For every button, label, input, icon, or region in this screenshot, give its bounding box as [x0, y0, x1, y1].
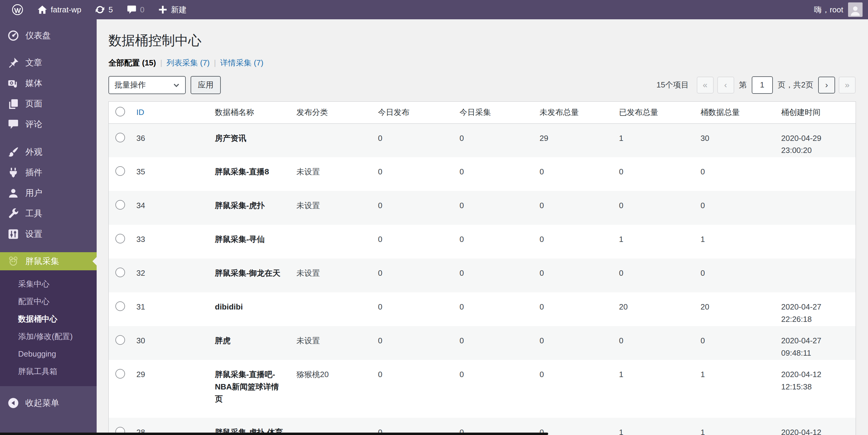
- cell-today-collected: 0: [453, 225, 533, 259]
- comment-count: 0: [140, 5, 144, 14]
- bulk-action-select[interactable]: 批量操作: [108, 76, 186, 94]
- cell-published-total: 1: [613, 418, 694, 435]
- column-header-name: 数据桶名称: [208, 101, 290, 123]
- table-row: 33 胖鼠采集-寻仙 0 0 0 1 1: [109, 225, 856, 259]
- main-content: 数据桶控制中心 全部配置 (15) | 列表采集 (7) | 详情采集 (7) …: [97, 19, 868, 435]
- row-checkbox[interactable]: [115, 166, 125, 176]
- apply-button[interactable]: 应用: [191, 76, 221, 94]
- cell-published-total: 0: [613, 157, 694, 191]
- table-row: 29 胖鼠采集-直播吧-NBA新闻篮球详情页 猕猴桃20 0 0 0 1 1 2…: [109, 360, 856, 418]
- collapse-menu-label: 收起菜单: [25, 397, 59, 409]
- submenu-item-debugging[interactable]: Debugging: [0, 345, 97, 363]
- row-checkbox[interactable]: [115, 369, 125, 378]
- bulk-action-selected-value: 批量操作: [115, 80, 146, 90]
- submenu-item-config-center[interactable]: 配置中心: [0, 293, 97, 310]
- row-checkbox[interactable]: [115, 335, 125, 345]
- first-page-button[interactable]: «: [697, 77, 714, 94]
- row-checkbox[interactable]: [115, 268, 125, 277]
- dashboard-gauge-icon: [7, 30, 19, 42]
- cell-bucket-total: 1: [694, 418, 775, 435]
- cell-category: 未设置: [290, 191, 371, 225]
- cell-bucket-total: 0: [694, 259, 775, 292]
- cell-created-time: 2020-04-2709:48:11: [775, 326, 856, 360]
- cell-bucket-name[interactable]: 房产资讯: [208, 123, 290, 157]
- cell-bucket-total: 0: [694, 191, 775, 225]
- cell-bucket-name[interactable]: 胖鼠采集-寻仙: [208, 225, 290, 259]
- sidebar-item-tools[interactable]: 工具: [0, 203, 97, 224]
- cell-today-collected: 0: [453, 360, 533, 418]
- current-page-input[interactable]: [752, 76, 773, 94]
- sidebar-item-media[interactable]: 媒体: [0, 73, 97, 94]
- sidebar-item-dashboard[interactable]: 仪表盘: [0, 25, 97, 46]
- filter-detail-collect[interactable]: 详情采集 (7): [220, 58, 264, 68]
- sidebar-item-pages[interactable]: 页面: [0, 94, 97, 114]
- submenu-item-bucket-center[interactable]: 数据桶中心: [0, 310, 97, 328]
- paintbrush-icon: [7, 146, 19, 158]
- row-checkbox[interactable]: [115, 234, 125, 243]
- cell-bucket-name[interactable]: 胖鼠采集-虎扑: [208, 191, 290, 225]
- sidebar-item-comments[interactable]: 评论: [0, 114, 97, 135]
- table-toolbar: 批量操作 应用 15个项目 « ‹ 第 页，共2页 › »: [108, 76, 856, 94]
- submenu-item-collect-center[interactable]: 采集中心: [0, 275, 97, 293]
- prev-page-button[interactable]: ‹: [717, 77, 734, 94]
- cell-category: 未设置: [290, 326, 371, 360]
- cell-bucket-name[interactable]: 胖鼠采集-御龙在天: [208, 259, 290, 292]
- cell-created-time: 2020-04-1212:15:38: [775, 360, 856, 418]
- next-page-button[interactable]: ›: [818, 77, 835, 94]
- table-row: 30 胖虎 未设置 0 0 0 0 0 2020-04-2709:48:11: [109, 326, 856, 360]
- cell-created-time: [775, 225, 856, 259]
- filter-separator: |: [214, 58, 216, 68]
- cell-published-total: 1: [613, 360, 694, 418]
- filter-list-collect[interactable]: 列表采集 (7): [166, 58, 210, 68]
- row-checkbox[interactable]: [115, 200, 125, 210]
- page-title: 数据桶控制中心: [108, 33, 856, 48]
- table-row: 32 胖鼠采集-御龙在天 未设置 0 0 0 0 0: [109, 259, 856, 292]
- site-menu-item[interactable]: fatrat-wp: [31, 0, 87, 19]
- filter-all[interactable]: 全部配置 (15): [108, 58, 156, 68]
- sidebar-item-label: 外观: [25, 146, 42, 158]
- new-label: 新建: [171, 4, 187, 15]
- sidebar-item-plugins[interactable]: 插件: [0, 162, 97, 183]
- sidebar-item-label: 页面: [25, 98, 42, 109]
- cell-category: [290, 123, 371, 157]
- sidebar-item-users[interactable]: 用户: [0, 183, 97, 203]
- sidebar-item-label: 工具: [25, 208, 42, 219]
- cell-today-published: 0: [371, 191, 453, 225]
- row-checkbox[interactable]: [115, 301, 125, 311]
- submenu-item-toolbox[interactable]: 胖鼠工具箱: [0, 363, 97, 380]
- sidebar-item-fatrat-collect[interactable]: 胖鼠采集: [0, 252, 97, 270]
- page-suffix-label: 页，共2页: [778, 80, 813, 90]
- cell-bucket-name[interactable]: 胖鼠采集-直播8: [208, 157, 290, 191]
- cell-today-collected: 0: [453, 123, 533, 157]
- cell-id: 30: [130, 326, 208, 360]
- cell-today-collected: 0: [453, 157, 533, 191]
- cell-unpublished-total: 0: [533, 292, 613, 326]
- submenu-item-add-edit-config[interactable]: 添加/修改(配置): [0, 328, 97, 345]
- last-page-button[interactable]: »: [839, 77, 856, 94]
- cell-bucket-total: 30: [694, 123, 775, 157]
- cell-unpublished-total: 0: [533, 259, 613, 292]
- media-camera-icon: [7, 77, 19, 89]
- table-row: 34 胖鼠采集-虎扑 未设置 0 0 0 0 0: [109, 191, 856, 225]
- plugin-icon: [7, 167, 19, 178]
- select-all-checkbox[interactable]: [115, 107, 125, 116]
- comments-menu-item[interactable]: 0: [121, 0, 150, 19]
- cell-bucket-name[interactable]: 胖鼠采集-直播吧-NBA新闻篮球详情页: [208, 360, 290, 418]
- cell-today-published: 0: [371, 259, 453, 292]
- sidebar-item-label: 设置: [25, 228, 42, 240]
- updates-menu-item[interactable]: 5: [89, 0, 118, 19]
- new-content-menu-item[interactable]: 新建: [152, 0, 192, 19]
- sidebar-item-appearance[interactable]: 外观: [0, 142, 97, 162]
- cell-bucket-name[interactable]: dibidibi: [208, 292, 290, 326]
- account-menu-item[interactable]: 嗨，root: [814, 2, 868, 17]
- column-header-id[interactable]: ID: [130, 101, 208, 123]
- sidebar-item-settings[interactable]: 设置: [0, 224, 97, 244]
- cell-unpublished-total: 0: [533, 191, 613, 225]
- cell-created-time: [775, 259, 856, 292]
- user-icon: [7, 187, 19, 199]
- cell-bucket-name[interactable]: 胖虎: [208, 326, 290, 360]
- sidebar-item-posts[interactable]: 文章: [0, 53, 97, 73]
- wordpress-logo-icon[interactable]: [6, 0, 29, 19]
- row-checkbox[interactable]: [115, 133, 125, 142]
- collapse-menu-button[interactable]: 收起菜单: [0, 393, 97, 413]
